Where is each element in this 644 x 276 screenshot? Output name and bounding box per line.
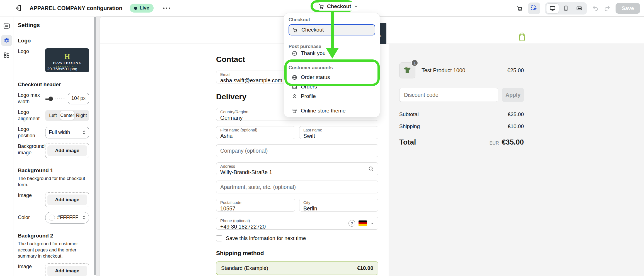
cart-icon — [292, 27, 298, 33]
logo-max-width-input[interactable]: 104 px — [68, 93, 89, 104]
help-icon[interactable]: ? — [348, 220, 355, 227]
background2-title: Background 2 — [18, 233, 89, 239]
page-selector-button[interactable]: Checkout — [316, 2, 361, 11]
last-name-field[interactable]: Last name Swift — [299, 126, 378, 139]
px-unit-label: px — [80, 95, 86, 101]
total-value: €35.00 — [502, 138, 524, 147]
apply-discount-button[interactable]: Apply — [502, 88, 524, 102]
shipping-row: Shipping €10.00 — [399, 123, 524, 129]
redo-icon[interactable] — [604, 5, 611, 12]
shipping-method-heading: Shipping method — [216, 250, 378, 256]
updown-chevron-icon — [82, 130, 86, 135]
product-thumbnail: 1 — [399, 62, 415, 78]
background2-image-dropzone: Add image — [45, 263, 89, 276]
background1-color-select[interactable]: #FFFFFF — [45, 212, 89, 224]
inspector-tool-button[interactable] — [528, 3, 540, 14]
add-image-button[interactable]: Add image — [47, 145, 87, 156]
group-label-checkout: Checkout — [289, 17, 375, 23]
logo-max-width-slider[interactable] — [45, 97, 65, 101]
background2-image-label: Image — [18, 263, 32, 270]
total-row: Total EUR €35.00 — [399, 138, 524, 147]
sidebar-title: Settings — [18, 22, 89, 28]
background-image-label: Background image — [18, 143, 44, 156]
menu-item-checkout[interactable]: Checkout — [289, 24, 375, 35]
undo-icon[interactable] — [592, 5, 599, 12]
menu-item-thank-you[interactable]: Thank you — [289, 49, 375, 58]
orders-box-icon — [292, 84, 297, 90]
add-image-button[interactable]: Add image — [47, 266, 87, 276]
check-circle-icon — [292, 51, 297, 56]
shipping-method-option[interactable]: Standard (Example) €10.00 — [216, 261, 378, 275]
logo-label: Logo — [18, 48, 29, 55]
live-dot-icon — [134, 7, 137, 10]
color-swatch — [49, 215, 55, 221]
page-title: APPAREL COMPANY configuration — [30, 5, 122, 11]
sidebar-scrollbar[interactable] — [94, 17, 96, 275]
save-info-checkbox[interactable] — [216, 235, 222, 241]
chevron-down-icon — [354, 4, 358, 9]
alignment-right-option[interactable]: Right — [74, 111, 88, 120]
live-status-badge: Live — [130, 4, 154, 13]
menu-item-profile[interactable]: Profile — [289, 92, 375, 101]
logo-position-select[interactable]: Full width — [45, 127, 89, 138]
add-image-button[interactable]: Add image — [47, 195, 87, 205]
background1-color-label: Color — [18, 214, 30, 221]
more-menu-icon[interactable] — [161, 5, 172, 11]
product-name: Test Product 1000 — [422, 67, 465, 74]
desktop-view-button[interactable] — [546, 3, 559, 13]
postal-code-field[interactable]: Postal code 10557 — [216, 199, 295, 212]
logo-alignment-label: Logo alignment — [18, 109, 44, 122]
exit-icon[interactable] — [14, 4, 22, 12]
product-price: €25.00 — [507, 67, 524, 74]
logo-brand-initial: H — [64, 53, 70, 60]
page-selector-dropdown: Checkout Checkout Post purchase Thank yo… — [284, 13, 380, 117]
checkout-editor-app: APPAREL COMPANY configuration Live — [0, 0, 644, 276]
apps-panel-icon[interactable] — [1, 49, 12, 61]
background1-image-label: Image — [18, 192, 32, 199]
menu-item-order-status[interactable]: Order status — [289, 73, 375, 82]
settings-panel-icon[interactable] — [1, 35, 12, 46]
save-info-label: Save this information for next time — [226, 235, 306, 241]
logo-position-label: Logo position — [18, 126, 44, 139]
company-field[interactable]: Company (optional) — [216, 144, 378, 157]
phone-field[interactable]: Phone (optional) +49 30 182722720 ? — [216, 217, 378, 230]
address-field[interactable]: Address Willy-Brandt-Straße 1 — [216, 162, 378, 175]
background2-description: The background for customer account page… — [18, 241, 89, 259]
device-preview-toggle — [545, 2, 587, 15]
header-bg-image-dropzone: Add image — [45, 143, 89, 158]
mobile-view-button[interactable] — [560, 3, 572, 13]
subtotal-row: Subtotal €25.00 — [399, 111, 524, 117]
cart-bag-icon[interactable] — [518, 31, 526, 42]
logo-max-width-label: Logo max width — [18, 92, 44, 105]
save-button[interactable]: Save — [616, 3, 640, 14]
checkout-header-section-title: Checkout header — [18, 81, 89, 88]
chevron-down-icon — [370, 221, 374, 225]
discount-code-input[interactable]: Discount code — [399, 88, 498, 102]
slider-knob[interactable] — [49, 97, 53, 101]
person-icon — [292, 93, 297, 99]
alignment-left-option[interactable]: Left — [46, 111, 60, 120]
quantity-badge: 1 — [411, 59, 418, 66]
menu-item-orders[interactable]: Orders — [289, 82, 375, 91]
fullwidth-view-button[interactable] — [573, 3, 586, 13]
updown-chevron-icon — [82, 215, 86, 220]
background1-description: The background for the checkout form. — [18, 175, 89, 188]
background1-title: Background 1 — [18, 167, 89, 174]
tshirt-image — [402, 65, 413, 76]
group-label-customer-accounts: Customer accounts — [289, 65, 375, 71]
line-item-row: 1 Test Product 1000 €25.00 — [399, 62, 524, 78]
logo-section-title: Logo — [18, 38, 89, 44]
background1-image-dropzone: Add image — [45, 192, 89, 207]
group-label-post-purchase: Post purchase — [289, 44, 375, 49]
logo-thumbnail[interactable]: H HAWTHORNE APPAREL CO. 29-768x591.png — [45, 48, 89, 72]
city-field[interactable]: City Berlin — [299, 199, 378, 212]
cart-preview-icon[interactable] — [516, 5, 523, 12]
menu-item-online-store-theme[interactable]: Online store theme — [289, 106, 375, 115]
alignment-center-option[interactable]: Center — [60, 111, 74, 120]
settings-sidebar: Settings Logo Logo H HAWTHORNE APPAREL C… — [13, 16, 96, 276]
apartment-field[interactable]: Apartment, suite, etc. (optional) — [216, 181, 378, 193]
germany-flag-icon[interactable] — [359, 220, 367, 226]
cart-icon — [318, 3, 325, 9]
first-name-field[interactable]: First name (optional) Asha — [216, 126, 295, 139]
sections-panel-icon[interactable] — [1, 20, 12, 32]
